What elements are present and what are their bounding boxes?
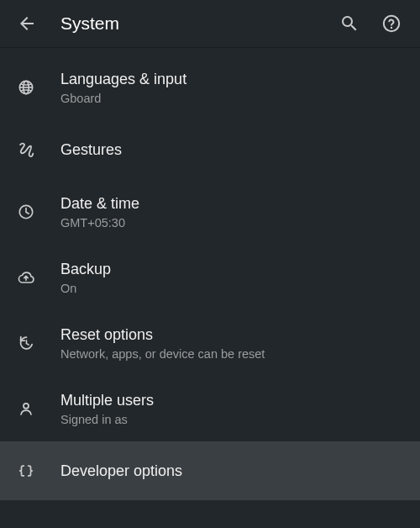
item-subtitle: Network, apps, or device can be reset [60, 347, 407, 361]
help-icon [381, 13, 402, 34]
restore-icon [17, 334, 35, 352]
back-button[interactable] [8, 5, 45, 42]
settings-list: Languages & input Gboard Gestures Date &… [0, 48, 420, 500]
appbar-divider [0, 47, 420, 48]
item-title: Gestures [60, 141, 407, 159]
search-button[interactable] [331, 5, 368, 42]
person-icon [17, 399, 35, 418]
item-title: Date & time [60, 195, 407, 213]
app-bar: System [0, 0, 420, 47]
item-date-time[interactable]: Date & time GMT+05:30 [0, 179, 420, 245]
item-backup[interactable]: Backup On [0, 245, 420, 310]
item-subtitle: Signed in as [60, 413, 407, 426]
item-title: Developer options [60, 462, 407, 480]
item-title: Reset options [60, 326, 407, 344]
item-subtitle: Gboard [60, 92, 407, 105]
item-subtitle: GMT+05:30 [60, 216, 407, 230]
clock-icon [17, 203, 35, 221]
gesture-icon [17, 140, 35, 159]
cloud-upload-icon [17, 268, 35, 287]
item-reset-options[interactable]: Reset options Network, apps, or device c… [0, 310, 420, 376]
item-languages-input[interactable]: Languages & input Gboard [0, 55, 420, 120]
arrow-back-icon [17, 13, 37, 34]
page-title: System [60, 13, 331, 34]
help-button[interactable] [373, 5, 410, 42]
item-subtitle: On [60, 282, 407, 295]
item-title: Backup [60, 261, 407, 278]
item-gestures[interactable]: Gestures [0, 120, 420, 179]
search-icon [339, 13, 360, 34]
item-developer-options[interactable]: Developer options [0, 441, 420, 500]
item-title: Languages & input [60, 71, 407, 88]
item-multiple-users[interactable]: Multiple users Signed in as [0, 376, 420, 441]
globe-icon [17, 78, 35, 97]
braces-icon [17, 462, 35, 480]
item-title: Multiple users [60, 392, 407, 409]
